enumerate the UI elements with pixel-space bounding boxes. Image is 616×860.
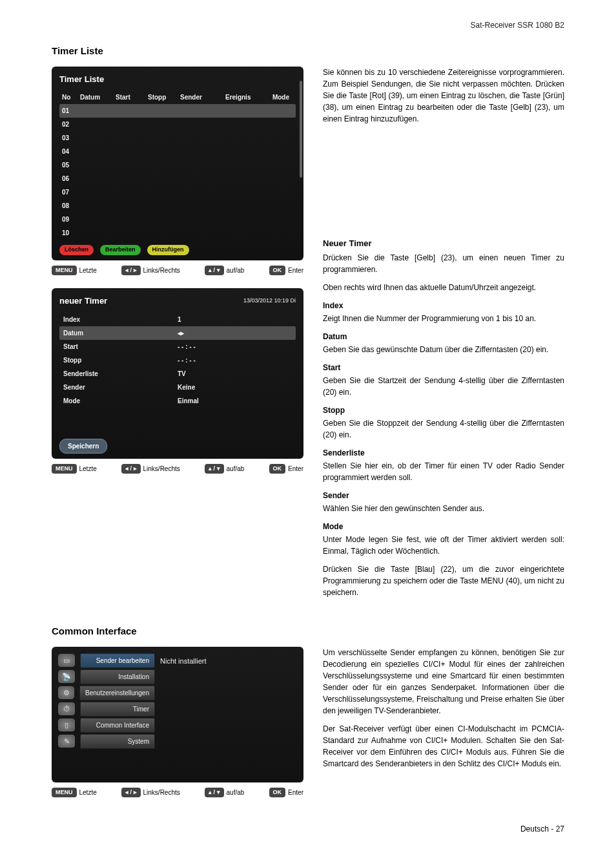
menu-label: System <box>80 734 155 749</box>
delete-button[interactable]: Löschen <box>59 245 94 255</box>
field-sender[interactable]: SenderKeine <box>59 381 296 394</box>
col-start: Start <box>116 92 148 102</box>
ci-menu-item[interactable]: ⏱Timer <box>58 702 155 717</box>
lr-key: ◂ / ▸ <box>121 788 141 798</box>
add-button[interactable]: Hinzufügen <box>147 245 189 255</box>
heading-datum: Datum <box>323 331 564 342</box>
col-no: No <box>62 92 80 102</box>
table-row[interactable]: 05 <box>59 158 296 172</box>
footer-lang: Deutsch <box>520 824 549 834</box>
table-row[interactable]: 09 <box>59 213 296 226</box>
table-row[interactable]: 08 <box>59 199 296 213</box>
field-start[interactable]: Start- - : - - <box>59 340 296 353</box>
heading-senderliste: Senderliste <box>323 447 564 459</box>
menu-key: MENU <box>52 464 77 474</box>
nav-label: Links/Rechts <box>143 266 180 275</box>
table-row[interactable]: 01 <box>59 104 296 118</box>
nav-hints: MENULetzte ◂ / ▸Links/Rechts ▴ / ▾auf/ab… <box>52 464 303 474</box>
timer-liste-panel-title: Timer Liste <box>59 73 296 86</box>
field-senderliste[interactable]: SenderlisteTV <box>59 367 296 381</box>
field-stopp[interactable]: Stopp- - : - - <box>59 353 296 367</box>
body-text: Geben Sie die Stoppzeit der Sendung 4-st… <box>323 417 564 441</box>
col-sender: Sender <box>180 92 225 102</box>
ci-menu-item[interactable]: ✎System <box>58 734 155 749</box>
body-text: Geben Sie das gewünschte Datum über die … <box>323 344 564 355</box>
timer-table-header: No Datum Start Stopp Sender Ereignis Mod… <box>59 90 296 104</box>
ci-panel: ▭Sender bearbeiten📡Installation⚙Benutzer… <box>52 647 303 782</box>
page-footer: Deutsch - 27 <box>52 823 564 835</box>
body-text: Oben rechts wird Ihnen das aktuelle Datu… <box>323 282 564 293</box>
section-title-timer-liste: Timer Liste <box>52 44 564 59</box>
body-text: Der Sat-Receiver verfügt über einen CI-M… <box>323 723 564 770</box>
field-index[interactable]: Index1 <box>59 313 296 326</box>
save-button[interactable]: Speichern <box>59 439 107 454</box>
nav-label: auf/ab <box>227 464 245 474</box>
table-row[interactable]: 04 <box>59 145 296 158</box>
menu-label: Sender bearbeiten <box>80 653 155 668</box>
ud-key: ▴ / ▾ <box>205 266 224 276</box>
section-title-common-interface: Common Interface <box>52 624 564 639</box>
body-text: Geben Sie die Startzeit der Sendung 4-st… <box>323 375 564 398</box>
body-text: Drücken Sie die Taste [Gelb] (23), um ei… <box>323 252 564 275</box>
nav-label: auf/ab <box>227 788 245 797</box>
nav-label: Letzte <box>79 464 97 474</box>
ci-menu-item[interactable]: ▯Common Interface <box>58 718 155 733</box>
nav-label: Enter <box>288 788 303 797</box>
menu-icon: ⚙ <box>58 686 74 699</box>
body-text: Stellen Sie hier ein, ob der Timer für e… <box>323 460 564 483</box>
heading-neuer-timer: Neuer Timer <box>323 237 564 250</box>
field-datum[interactable]: Datum◂▸ <box>59 326 296 340</box>
col-mode: Mode <box>271 92 293 102</box>
table-row[interactable]: 07 <box>59 185 296 199</box>
ok-key: OK <box>269 788 286 798</box>
table-row[interactable]: 03 <box>59 131 296 145</box>
menu-icon: ✎ <box>58 735 75 748</box>
col-datum: Datum <box>80 92 116 102</box>
footer-page: 27 <box>556 824 564 834</box>
body-text: Wählen Sie hier den gewünschten Sender a… <box>323 503 564 514</box>
body-text: Drücken Sie die Taste [Blau] (22), um di… <box>323 563 564 598</box>
ci-status: Nicht installiert <box>155 653 297 750</box>
heading-stopp: Stopp <box>323 404 564 416</box>
menu-label: Benutzereinstellungen <box>79 686 155 700</box>
menu-icon: ⏱ <box>58 702 75 715</box>
ok-key: OK <box>269 464 286 474</box>
nav-label: Letzte <box>79 266 97 275</box>
table-row[interactable]: 02 <box>59 118 296 131</box>
body-text: Zeigt Ihnen die Nummer der Programmierun… <box>323 313 564 324</box>
field-mode[interactable]: ModeEinmal <box>59 394 296 408</box>
ud-key: ▴ / ▾ <box>205 788 224 798</box>
body-text: Sie können bis zu 10 verschiedene Zeiter… <box>323 67 564 125</box>
menu-key: MENU <box>52 788 77 798</box>
nav-label: Enter <box>288 266 303 275</box>
ci-menu-item[interactable]: 📡Installation <box>58 669 155 684</box>
scrollbar[interactable] <box>300 81 302 178</box>
menu-icon: 📡 <box>58 670 75 683</box>
menu-icon: ▭ <box>58 654 75 667</box>
col-stopp: Stopp <box>148 92 180 102</box>
nav-label: Links/Rechts <box>143 464 180 474</box>
heading-mode: Mode <box>323 521 564 532</box>
lr-key: ◂ / ▸ <box>121 464 141 474</box>
timer-liste-panel: Timer Liste No Datum Start Stopp Sender … <box>52 67 303 260</box>
body-text: Um verschlüsselte Sender empfangen zu kö… <box>323 647 564 717</box>
heading-start: Start <box>323 362 564 373</box>
nav-label: Letzte <box>79 788 97 797</box>
timer-rows: 01 02 03 04 05 06 07 08 09 10 <box>59 104 296 240</box>
menu-label: Common Interface <box>80 718 155 733</box>
nav-label: Enter <box>288 464 303 474</box>
ci-menu-item[interactable]: ▭Sender bearbeiten <box>58 653 155 668</box>
nav-hints: MENULetzte ◂ / ▸Links/Rechts ▴ / ▾auf/ab… <box>52 788 303 798</box>
heading-sender: Sender <box>323 490 564 501</box>
neuer-timer-panel: neuer Timer 13/03/2012 10:19 Di Index1 D… <box>52 288 303 459</box>
col-ereignis: Ereignis <box>225 92 271 102</box>
datetime-display: 13/03/2012 10:19 Di <box>243 297 296 306</box>
ud-key: ▴ / ▾ <box>205 464 224 474</box>
edit-button[interactable]: Bearbeiten <box>100 245 141 255</box>
table-row[interactable]: 06 <box>59 172 296 185</box>
ci-menu: ▭Sender bearbeiten📡Installation⚙Benutzer… <box>58 653 155 750</box>
ci-menu-item[interactable]: ⚙Benutzereinstellungen <box>58 686 155 700</box>
lr-key: ◂ / ▸ <box>121 266 141 276</box>
table-row[interactable]: 10 <box>59 226 296 240</box>
ok-key: OK <box>269 266 286 276</box>
